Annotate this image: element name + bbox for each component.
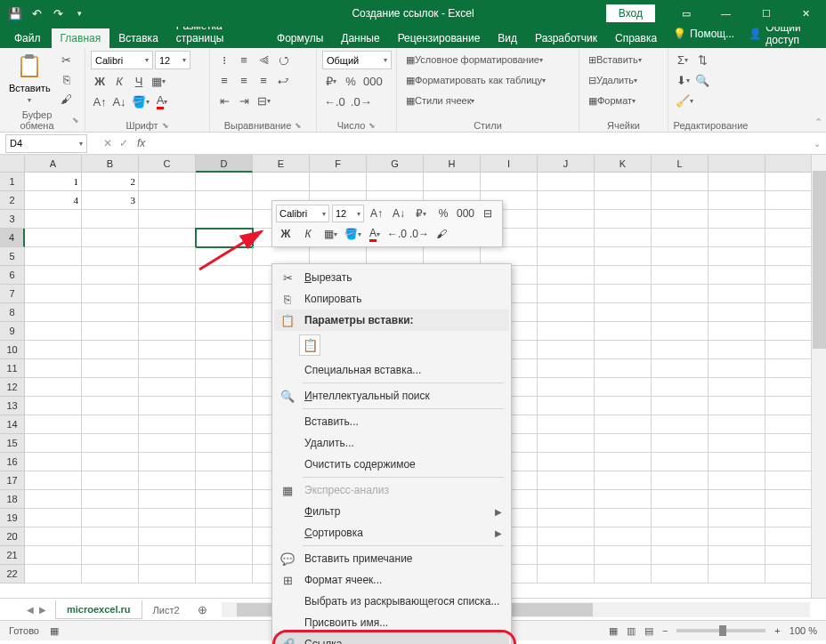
cm-pick-dropdown[interactable]: Выбрать из раскрывающегося списка... — [274, 591, 509, 612]
cell[interactable] — [196, 527, 253, 546]
cell[interactable] — [196, 378, 253, 397]
cell[interactable] — [652, 415, 709, 434]
row-header[interactable]: 16 — [0, 453, 25, 471]
insert-cells-button[interactable]: ⊞ Вставить ▾ — [585, 51, 645, 68]
cell[interactable] — [709, 415, 765, 434]
font-name-select[interactable]: Calibri▾ — [91, 51, 153, 69]
cell[interactable] — [652, 453, 709, 471]
cell[interactable] — [595, 210, 652, 229]
mini-decrease-font-icon[interactable]: A↓ — [389, 205, 409, 222]
col-header[interactable]: G — [367, 155, 424, 173]
cell[interactable] — [595, 341, 652, 359]
copy-icon[interactable]: ⎘ — [58, 70, 76, 88]
fx-icon[interactable]: fx — [137, 137, 145, 149]
mini-dec-decimal-icon[interactable]: ←.0 — [387, 225, 407, 243]
cell[interactable] — [652, 266, 709, 285]
mini-italic[interactable]: К — [298, 225, 318, 243]
row-header[interactable]: 10 — [0, 341, 25, 359]
row-header[interactable]: 22 — [0, 565, 25, 584]
cell[interactable] — [310, 173, 367, 191]
autosum-icon[interactable]: Σ▾ — [674, 51, 692, 68]
close-icon[interactable]: ✕ — [786, 0, 826, 27]
cm-filter[interactable]: Фильтр▶ — [274, 501, 509, 522]
cell[interactable] — [595, 229, 652, 247]
cell[interactable] — [538, 546, 595, 565]
cell[interactable] — [595, 471, 652, 490]
cell[interactable] — [538, 509, 595, 527]
cell[interactable] — [82, 527, 139, 546]
align-top-icon[interactable]: ⫶ — [215, 51, 233, 68]
cm-hyperlink[interactable]: 🔗Ссылка... — [274, 633, 509, 644]
paste-option-button[interactable]: 📋 — [299, 334, 320, 356]
cell[interactable] — [25, 341, 82, 359]
row-header[interactable]: 17 — [0, 471, 25, 490]
sheet-tab[interactable]: Лист2 — [142, 601, 190, 619]
tab-file[interactable]: Файл — [4, 28, 52, 48]
cell[interactable] — [595, 378, 652, 397]
cm-define-name[interactable]: Присвоить имя... — [274, 612, 509, 633]
cell[interactable] — [538, 527, 595, 546]
row-header[interactable]: 20 — [0, 527, 25, 546]
cell[interactable] — [709, 247, 765, 266]
add-sheet-button[interactable]: ⊕ — [190, 600, 215, 620]
cell[interactable] — [709, 303, 765, 322]
zoom-in-icon[interactable]: + — [774, 625, 780, 636]
cell[interactable] — [595, 285, 652, 303]
cell[interactable] — [139, 397, 196, 415]
row-header[interactable]: 5 — [0, 247, 25, 266]
col-header[interactable]: A — [25, 155, 82, 173]
mini-percent-icon[interactable]: % — [433, 205, 453, 222]
decrease-decimal-icon[interactable]: .0→ — [349, 93, 374, 110]
cell[interactable] — [82, 303, 139, 322]
col-header[interactable]: F — [310, 155, 367, 173]
percent-icon[interactable]: % — [342, 72, 360, 90]
cell[interactable] — [196, 434, 253, 453]
bold-button[interactable]: Ж — [91, 72, 109, 90]
enter-formula-icon[interactable]: ✓ — [119, 137, 128, 149]
minimize-icon[interactable]: ― — [706, 0, 746, 27]
align-right-icon[interactable]: ≡ — [255, 71, 272, 89]
view-pagebreak-icon[interactable]: ▤ — [644, 625, 653, 637]
cell[interactable] — [538, 210, 595, 229]
row-header[interactable]: 18 — [0, 490, 25, 509]
font-size-select[interactable]: 12▾ — [155, 51, 190, 69]
cell[interactable] — [196, 397, 253, 415]
cell[interactable] — [595, 359, 652, 378]
cell[interactable] — [652, 490, 709, 509]
cell[interactable] — [709, 229, 765, 247]
cell[interactable] — [25, 229, 82, 247]
col-header[interactable] — [709, 155, 765, 173]
cut-icon[interactable]: ✂ — [58, 51, 76, 68]
cell[interactable] — [25, 546, 82, 565]
cell[interactable] — [595, 565, 652, 584]
cell[interactable] — [196, 247, 253, 266]
cm-insert-comment[interactable]: 💬Вставить примечание — [274, 548, 509, 569]
cell[interactable] — [652, 565, 709, 584]
cell[interactable] — [652, 397, 709, 415]
cell[interactable] — [709, 490, 765, 509]
cell[interactable] — [25, 415, 82, 434]
cell[interactable] — [82, 378, 139, 397]
cell[interactable] — [538, 247, 595, 266]
cell[interactable] — [139, 565, 196, 584]
cell[interactable] — [709, 173, 765, 191]
cell[interactable] — [196, 285, 253, 303]
cell[interactable] — [652, 210, 709, 229]
row-header[interactable]: 19 — [0, 509, 25, 527]
cell[interactable] — [709, 471, 765, 490]
name-box[interactable]: D4▾ — [5, 134, 87, 153]
cell[interactable] — [652, 509, 709, 527]
cell[interactable] — [538, 359, 595, 378]
decrease-font-icon[interactable]: A↓ — [110, 93, 128, 110]
tab-developer[interactable]: Разработчик — [526, 28, 606, 48]
cell[interactable] — [25, 247, 82, 266]
sort-filter-icon[interactable]: ⇅ — [693, 51, 711, 68]
cell-styles-button[interactable]: ▦ Стили ячеек ▾ — [402, 92, 478, 109]
sheet-nav-next-icon[interactable]: ▶ — [39, 605, 46, 615]
row-header[interactable]: 9 — [0, 322, 25, 341]
cell[interactable] — [82, 247, 139, 266]
align-left-icon[interactable]: ≡ — [215, 71, 233, 89]
font-color-icon[interactable]: A▾ — [153, 93, 171, 110]
cm-delete[interactable]: Удалить... — [274, 432, 509, 454]
cell[interactable] — [595, 397, 652, 415]
